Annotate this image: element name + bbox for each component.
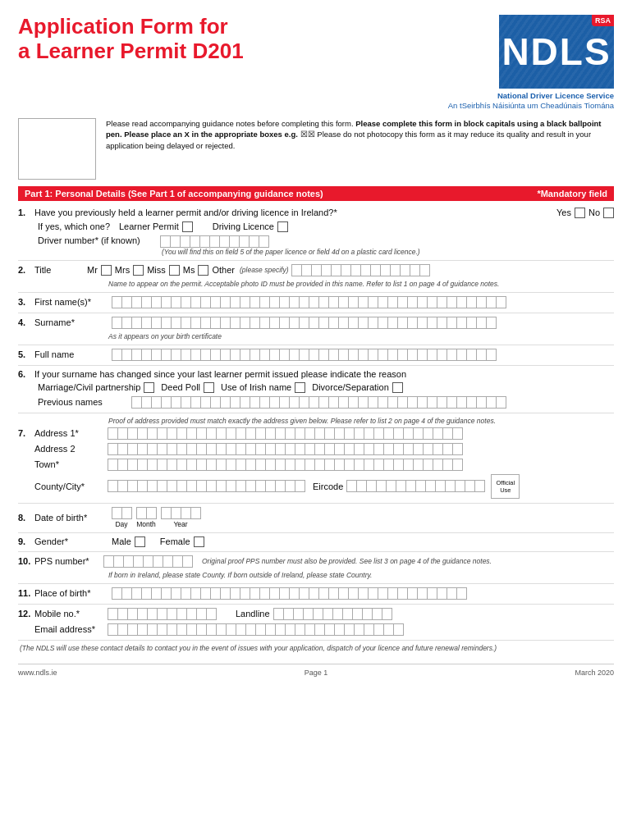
email-input[interactable] xyxy=(108,623,614,636)
q2-ms-checkbox[interactable] xyxy=(198,265,208,276)
question-12: 12. Mobile no.* Landline Email address* xyxy=(18,608,614,636)
county-input[interactable] xyxy=(108,480,305,492)
q6-irish-checkbox[interactable] xyxy=(295,382,305,393)
q6-text: If your surname has changed since your l… xyxy=(34,369,406,379)
question-3: 3. First name(s)* xyxy=(18,296,614,308)
address1-input[interactable] xyxy=(108,427,614,440)
question-4: 4. Surname* As it appears on your birth … xyxy=(18,317,614,340)
first-name-input[interactable] xyxy=(112,296,614,308)
q12-mobile-label: Mobile no.* xyxy=(34,609,104,619)
question-6: 6. If your surname has changed since you… xyxy=(18,369,614,409)
q2-row: 2. Title Mr Mrs Miss Ms Other (please sp… xyxy=(18,264,614,276)
q8-label: Date of birth* xyxy=(34,513,108,523)
town-input[interactable] xyxy=(108,459,614,471)
question-11: 11. Place of birth* xyxy=(18,587,614,600)
q5-row: 5. Full name xyxy=(18,349,614,361)
dob-year-input[interactable] xyxy=(161,507,200,519)
q7-addr2-label: Address 2 xyxy=(34,444,104,454)
q1-number: 1. xyxy=(18,208,31,217)
q12-mobile-row: 12. Mobile no.* Landline xyxy=(18,608,614,620)
instructions-block: Please read accompanying guidance notes … xyxy=(18,118,614,180)
q11-number: 11. xyxy=(18,588,31,598)
q1-text: Have you previously held a learner permi… xyxy=(34,208,553,217)
q1-yes-no: Yes No xyxy=(556,208,614,218)
q5-number: 5. xyxy=(18,349,31,359)
q7-town-label: Town* xyxy=(34,459,104,469)
question-5: 5. Full name xyxy=(18,349,614,361)
question-1: 1. Have you previously held a learner pe… xyxy=(18,208,614,256)
page-header: Application Form for a Learner Permit D2… xyxy=(18,15,614,112)
ndls-box: RSA NDLS xyxy=(499,15,614,89)
q2-mr-checkbox[interactable] xyxy=(101,265,112,276)
q1b-learner-checkbox[interactable] xyxy=(182,221,193,232)
fullname-input[interactable] xyxy=(112,349,614,361)
q6-number: 6. xyxy=(18,369,31,379)
dob-year-group: Year xyxy=(161,507,200,528)
q2-note: Name to appear on the permit. Acceptable… xyxy=(20,280,614,288)
instructions-text: Please read accompanying guidance notes … xyxy=(106,118,614,152)
q4-label: Surname* xyxy=(34,317,108,327)
landline-input[interactable] xyxy=(273,608,392,620)
eircode-input[interactable] xyxy=(346,480,484,492)
q7-county-row: County/City* Eircode Official Use xyxy=(18,474,614,499)
q11-row: 11. Place of birth* xyxy=(18,587,614,600)
q8-row: 8. Date of birth* Day Month Year xyxy=(18,507,614,528)
question-8: 8. Date of birth* Day Month Year xyxy=(18,507,614,528)
q4-number: 4. xyxy=(18,317,31,327)
q1c-note: (You will find this on field 5 of the pa… xyxy=(162,248,420,256)
question-2: 2. Title Mr Mrs Miss Ms Other (please sp… xyxy=(18,264,614,288)
q9-number: 9. xyxy=(18,536,31,546)
q2-mrs-checkbox[interactable] xyxy=(133,265,144,276)
q3-row: 3. First name(s)* xyxy=(18,296,614,308)
q2-miss-checkbox[interactable] xyxy=(169,265,180,276)
email-label: Email address* xyxy=(34,624,104,634)
photo-placeholder xyxy=(18,118,96,180)
q1-row: 1. Have you previously held a learner pe… xyxy=(18,208,614,218)
q1b-driving-checkbox[interactable] xyxy=(277,221,288,232)
prev-names-input[interactable] xyxy=(131,396,614,409)
q9-male-checkbox[interactable] xyxy=(135,536,145,547)
q2-number: 2. xyxy=(18,265,31,275)
q8-number: 8. xyxy=(18,513,31,523)
footer-date: March 2020 xyxy=(575,669,614,677)
driver-number-input[interactable] xyxy=(160,235,420,248)
question-7: Proof of address provided must match exa… xyxy=(18,417,614,499)
surname-input[interactable] xyxy=(112,317,614,329)
q2-label: Title xyxy=(34,265,84,275)
prev-names-label: Previous names xyxy=(38,397,128,407)
dob-day-input[interactable] xyxy=(112,507,131,519)
question-9: 9. Gender* Male Female xyxy=(18,536,614,547)
q7-note: Proof of address provided must match exa… xyxy=(20,417,614,425)
place-birth-input[interactable] xyxy=(112,587,614,600)
question-10: 10. PPS number* Original proof PPS numbe… xyxy=(18,555,614,579)
footer-page: Page 1 xyxy=(305,669,328,677)
q3-number: 3. xyxy=(18,297,31,307)
q1b-row: If yes, which one? Learner Permit Drivin… xyxy=(18,221,614,232)
footer-contact-note: (The NDLS will use these contact details… xyxy=(20,644,614,652)
q7-addr2-row: Address 2 xyxy=(18,443,614,455)
q2-other-input[interactable] xyxy=(291,264,429,276)
eircode-label: Eircode xyxy=(313,482,343,491)
q11-label: Place of birth* xyxy=(34,588,108,598)
q3-label: First name(s)* xyxy=(34,297,108,307)
q10-label: PPS number* xyxy=(34,556,100,566)
ndls-service-text: National Driver Licence Service An tSeir… xyxy=(448,91,614,112)
q1-yes-checkbox[interactable] xyxy=(575,208,585,218)
dob-month-input[interactable] xyxy=(136,507,156,519)
form-title: Application Form for a Learner Permit D2… xyxy=(18,15,244,64)
q1-no-checkbox[interactable] xyxy=(603,208,614,218)
q6-divorce-checkbox[interactable] xyxy=(392,382,403,393)
q1c-label: Driver number* (if known) xyxy=(38,235,157,245)
q6-options: Marriage/Civil partnership Deed Poll Use… xyxy=(18,382,614,393)
q10-note: Original proof PPS number must also be p… xyxy=(202,557,492,565)
q5-label: Full name xyxy=(34,349,108,359)
q9-female-checkbox[interactable] xyxy=(194,536,204,547)
q10-number: 10. xyxy=(18,556,31,566)
pps-input[interactable] xyxy=(103,555,192,568)
address2-input[interactable] xyxy=(108,443,614,455)
q6-marriage-checkbox[interactable] xyxy=(144,382,154,393)
ndls-text: NDLS xyxy=(501,33,611,71)
mobile-input[interactable] xyxy=(108,608,216,620)
q6-deed-checkbox[interactable] xyxy=(204,382,214,393)
dob-day-group: Day xyxy=(112,507,131,528)
